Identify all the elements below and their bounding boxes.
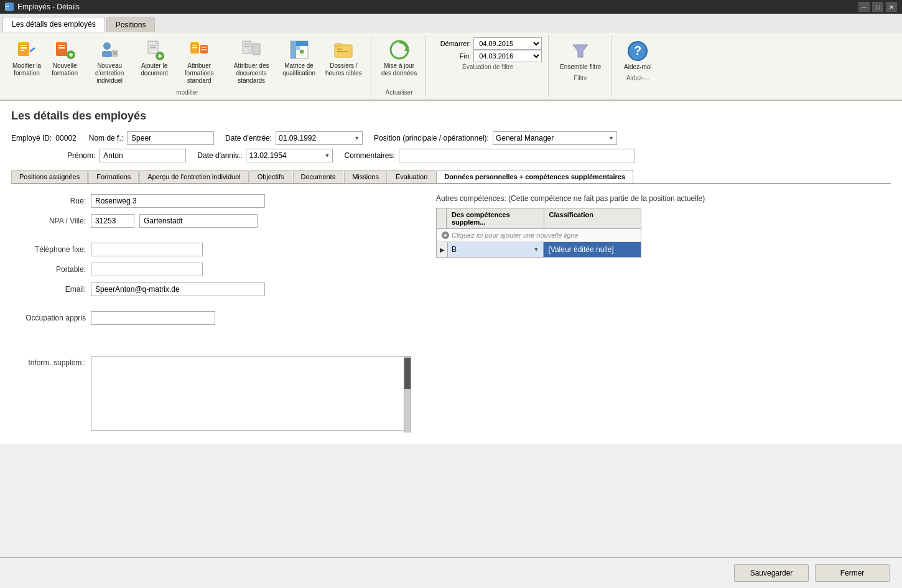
employee-fields: Employé ID: 00002 Nom de f.: Date d'entr…	[11, 131, 891, 145]
portable-input[interactable]	[91, 263, 203, 276]
svg-rect-25	[192, 45, 197, 46]
close-button-main[interactable]: Fermer	[815, 564, 890, 582]
bottom-bar: Sauvegarder Fermer	[0, 557, 902, 588]
inform-textarea-wrapper	[91, 356, 411, 432]
nom-label: Nom de f.:	[89, 134, 123, 142]
rue-row: Rue:	[17, 194, 411, 208]
save-button[interactable]: Sauvegarder	[734, 564, 809, 582]
aide-label: Aidez-moi	[624, 63, 651, 71]
mise-a-jour-button[interactable]: Mise à jourdes données	[378, 36, 421, 80]
competences-table: Des compétences supplem... Classificatio…	[436, 208, 641, 258]
cell-classification[interactable]: [Valeur éditée nulle]	[544, 242, 641, 257]
modifier-formation-label: Modifier laformation	[12, 62, 41, 77]
svg-rect-37	[300, 50, 304, 54]
npa-row: NPA / Ville:	[17, 214, 411, 228]
ajouter-document-button[interactable]: Ajouter ledocument	[137, 36, 172, 80]
ajouter-document-icon	[143, 39, 165, 61]
title-bar-controls: ─ □ ✕	[858, 2, 897, 12]
rue-input[interactable]	[91, 194, 265, 208]
aide-button[interactable]: ? Aidez-moi	[619, 37, 656, 73]
tab-positions[interactable]: Positions	[106, 17, 156, 32]
tab-missions[interactable]: Missions	[344, 170, 387, 183]
table-header: Des compétences supplem... Classificatio…	[437, 208, 641, 229]
ville-input[interactable]	[139, 214, 258, 228]
nouvelle-formation-button[interactable]: Nouvelleformation	[47, 36, 82, 80]
date-anniv-arrow: ▼	[325, 152, 330, 159]
tab-apercu[interactable]: Aperçu de l'entretien individuel	[139, 170, 248, 183]
tab-documents[interactable]: Documents	[293, 170, 344, 183]
scrollbar-thumb	[404, 358, 411, 389]
date-entree-group: Date d'entrée: 01.09.1992 ▼	[225, 131, 363, 145]
portable-label: Portable:	[17, 265, 86, 274]
table-row-1[interactable]: ▶ B ▼ [Valeur éditée nulle]	[437, 242, 641, 257]
cell-value[interactable]: B ▼	[448, 242, 544, 257]
telephone-label: Téléphone fixe:	[17, 245, 86, 254]
attribuer-formations-button[interactable]: Attribuerformations standard	[174, 36, 224, 87]
inform-textarea[interactable]	[91, 356, 408, 431]
row-indicator: ▶	[437, 242, 448, 257]
position-arrow: ▼	[608, 135, 614, 141]
demarrer-select[interactable]: 04.09.2015	[473, 37, 542, 50]
tab-details[interactable]: Les détails des employés	[2, 17, 105, 32]
date-entree-arrow: ▼	[354, 135, 360, 141]
tab-positions-assignees[interactable]: Positions assignées	[11, 170, 88, 183]
dossiers-icon	[332, 39, 355, 61]
tab-donnees-perso[interactable]: Données personnelles + compétences suppl…	[436, 170, 633, 183]
evaluation-filtre-label: Évaluation de filtre	[434, 63, 542, 70]
form-tabs: Positions assignées Formations Aperçu de…	[11, 170, 891, 184]
email-input[interactable]	[91, 282, 265, 296]
svg-rect-5	[56, 42, 67, 56]
svg-rect-19	[150, 47, 156, 49]
svg-rect-6	[58, 45, 65, 46]
dossiers-button[interactable]: Dossiers /heures cibles	[322, 36, 366, 80]
close-button[interactable]: ✕	[886, 2, 897, 12]
tab-objectifs[interactable]: Objectifs	[249, 170, 292, 183]
modifier-formation-icon	[16, 39, 38, 61]
commentaires-label: Commentaires:	[344, 151, 394, 160]
nouvelle-formation-label: Nouvelleformation	[52, 62, 78, 77]
aidez-label: Aidez-...	[626, 75, 649, 82]
minimize-button[interactable]: ─	[858, 2, 870, 12]
fin-select[interactable]: 04.03.2016	[473, 50, 542, 62]
prenom-input[interactable]	[99, 149, 186, 162]
occupation-label: Occupation appris	[17, 314, 86, 322]
portable-row: Portable:	[17, 263, 411, 276]
emp-id-group: Employé ID: 00002 Nom de f.:	[11, 131, 214, 145]
title-bar-text: Employés - Détails	[17, 2, 80, 11]
tab-formations[interactable]: Formations	[88, 170, 139, 183]
position-dropdown[interactable]: General Manager ▼	[493, 131, 617, 145]
fin-label: Fin:	[434, 52, 471, 60]
svg-rect-1	[21, 45, 27, 46]
date-anniv-dropdown[interactable]: 13.02.1954 ▼	[246, 149, 333, 162]
svg-rect-27	[202, 47, 207, 48]
date-entree-dropdown[interactable]: 01.09.1992 ▼	[276, 131, 363, 145]
mise-a-jour-icon	[388, 39, 411, 61]
maximize-button[interactable]: □	[872, 2, 883, 12]
commentaires-input[interactable]	[399, 149, 635, 162]
telephone-input[interactable]	[91, 243, 203, 256]
autres-title: Autres compétences: (Cette compétence ne…	[436, 194, 885, 203]
ensemble-filtre-button[interactable]: Ensemble filtre	[556, 37, 605, 73]
npa-label: NPA / Ville:	[17, 217, 86, 225]
right-panel: Autres compétences: (Cette compétence ne…	[436, 194, 885, 439]
inform-scrollbar[interactable]	[404, 356, 411, 432]
position-value: General Manager	[496, 134, 554, 142]
modifier-formation-button[interactable]: Modifier laformation	[9, 36, 45, 80]
cell-value-text: B	[452, 245, 457, 254]
nom-input[interactable]	[127, 131, 214, 145]
npa-input[interactable]	[91, 214, 134, 228]
svg-rect-2	[21, 47, 27, 49]
ribbon-buttons-actualiser: Mise à jourdes données	[378, 36, 421, 80]
add-row-text: Cliquez ici pour ajouter une nouvelle li…	[452, 231, 579, 239]
table-add-row[interactable]: ● Cliquez ici pour ajouter une nouvelle …	[437, 229, 641, 242]
date-anniv-value: 13.02.1954	[249, 151, 286, 160]
dossiers-label: Dossiers /heures cibles	[325, 62, 362, 77]
occupation-input[interactable]	[91, 311, 215, 325]
attribuer-docs-button[interactable]: Attribuer desdocuments standards	[226, 36, 276, 87]
nouveau-entretien-button[interactable]: Nouveau d'entretienindividuel	[85, 36, 134, 87]
table-header-col2: Classification	[544, 208, 641, 228]
svg-rect-10	[70, 53, 72, 57]
filtre-label: Filtre	[574, 75, 587, 82]
matrice-button[interactable]: Matrice dequalification	[279, 36, 319, 80]
tab-evaluation[interactable]: Évaluation	[388, 170, 435, 183]
